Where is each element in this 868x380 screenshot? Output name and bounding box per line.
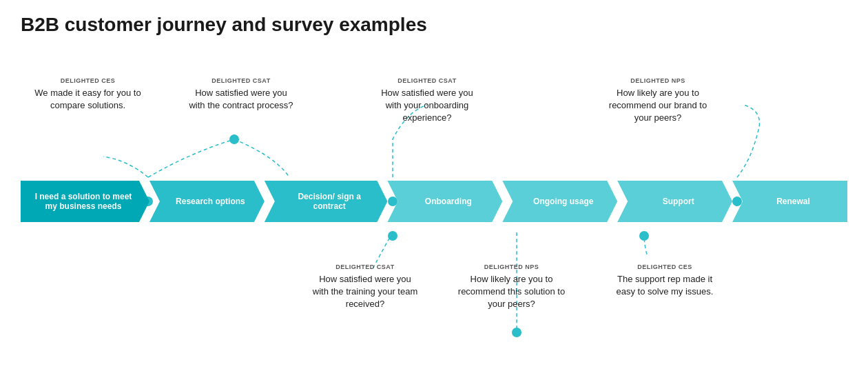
annotation-above-nps1: DELIGHTED NPS How likely are you to reco…: [599, 77, 716, 125]
dot-support-below: [639, 231, 649, 241]
dot-nps-below: [512, 328, 521, 337]
annotation-below-ces: DELIGHTED CES The support rep made it ea…: [610, 263, 720, 298]
annotation-below-nps: DELIGHTED NPS How likely are you to reco…: [455, 263, 568, 311]
chevron-support: Support: [617, 181, 732, 222]
annotation-above-csat1: DELIGHTED CSAT How satisfied were you wi…: [186, 77, 296, 112]
chevron-research: Research options: [149, 181, 265, 222]
chevron-onboarding: Onboarding: [387, 181, 502, 222]
annotation-below-csat: DELIGHTED CSAT How satisfied were you wi…: [310, 263, 420, 311]
dot-csat-below: [388, 231, 397, 241]
chevron-decision: Decision/ sign a contract: [265, 181, 388, 222]
chevron-renewal: Renewal: [732, 181, 847, 222]
chevron-ongoing: Ongoing usage: [502, 181, 617, 222]
annotation-above-csat2: DELIGHTED CSAT How satisfied were you wi…: [372, 77, 482, 125]
main-container: B2B customer journey and survey examples…: [0, 0, 868, 380]
chevron-journey-row: I need a solution to meet my business ne…: [21, 181, 847, 222]
journey-diagram: DELIGHTED CES We made it easy for you to…: [21, 43, 847, 360]
annotation-above-ces1: DELIGHTED CES We made it easy for you to…: [31, 77, 145, 112]
dot-contract-above: [229, 134, 239, 144]
page-title: B2B customer journey and survey examples: [21, 14, 847, 36]
chevron-needs: I need a solution to meet my business ne…: [21, 181, 149, 222]
